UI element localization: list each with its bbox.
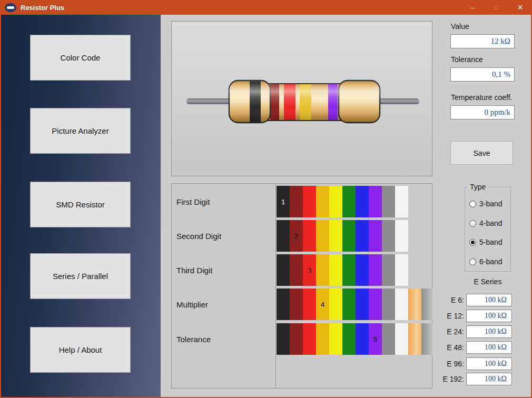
color-cell-green[interactable] [342,288,356,320]
color-cell-brown[interactable] [290,288,303,320]
color-cell-orange[interactable] [316,323,329,355]
color-cell-yellow[interactable] [329,288,342,320]
color-cell-black[interactable] [277,288,290,320]
color-cell-blue[interactable] [356,186,369,217]
sidebar: Color Code Picture Analyzer SMD Resistor… [1,15,161,397]
radio-label: 5-band [479,238,503,246]
color-cell-white[interactable] [395,323,408,355]
color-cell-orange[interactable] [316,254,329,286]
color-cell-red[interactable] [303,288,316,320]
color-cell-green[interactable] [342,220,356,252]
band-number-marker: 3 [308,266,311,274]
color-cell-green[interactable] [342,254,356,286]
color-cell-red[interactable]: 3 [303,254,316,286]
color-cell-brown[interactable]: 2 [290,220,303,252]
app-icon [5,3,16,12]
radio-3-band[interactable]: 3-band [469,200,503,208]
app-window: Resistor Plus – □ ✕ Color Code Picture A… [0,0,532,398]
color-cell-green[interactable] [342,323,356,355]
radio-circle-icon[interactable] [469,201,476,207]
color-cell-violet[interactable]: 5 [369,323,382,355]
color-cell-silver[interactable] [421,323,432,355]
color-cells-third-digit: 3 [277,254,408,286]
e6-input[interactable] [466,294,512,306]
radio-circle-icon[interactable] [469,239,476,246]
color-cell-black[interactable] [277,220,290,252]
window-title: Resistor Plus [21,4,64,12]
save-button[interactable]: Save [450,141,513,165]
e48-label: E 48: [447,343,464,352]
color-cell-gray[interactable] [382,186,395,217]
color-cell-silver[interactable] [421,288,432,320]
color-cell-violet[interactable] [369,186,382,217]
radio-6-band[interactable]: 6-band [469,257,503,266]
color-cell-orange[interactable] [316,220,329,252]
e96-label: E 96: [447,360,464,368]
row-label: Multiplier [176,300,208,309]
color-cell-yellow[interactable] [329,220,342,252]
color-cell-white[interactable] [395,288,408,320]
radio-label: 4-band [479,219,503,227]
radio-5-band[interactable]: 5-band [469,238,503,246]
radio-label: 6-band [479,257,503,266]
color-cell-red[interactable] [303,186,316,217]
color-cell-gray[interactable] [382,254,395,286]
row-label: Tolerance [176,335,211,344]
color-cell-white[interactable] [395,254,408,286]
tolerance-input[interactable] [450,67,515,82]
maximize-button[interactable]: □ [485,0,508,15]
e192-input[interactable] [466,373,512,385]
color-cell-red[interactable] [303,323,316,355]
color-cell-yellow[interactable] [329,186,342,217]
radio-circle-icon[interactable] [469,258,476,265]
color-cell-brown[interactable] [290,254,303,286]
type-group-caption: Type [468,183,488,191]
color-cell-blue[interactable] [356,288,369,320]
color-cell-orange[interactable] [316,186,329,217]
e96-input[interactable] [466,357,512,370]
temp-coeff-input[interactable] [450,105,515,120]
color-cell-white[interactable] [395,220,408,252]
e48-input[interactable] [466,341,512,354]
sidebar-button-help-about[interactable]: Help / About [30,327,131,373]
minimize-button[interactable]: – [461,0,485,15]
color-cell-gold[interactable] [408,323,421,355]
band-number-marker: 2 [294,232,298,240]
color-cell-black[interactable] [277,254,290,286]
color-cell-green[interactable] [342,186,356,217]
color-cell-violet[interactable] [369,254,382,286]
radio-circle-icon[interactable] [469,220,476,227]
color-cell-blue[interactable] [356,254,369,286]
radio-4-band[interactable]: 4-band [469,219,503,227]
color-cell-yellow[interactable] [329,254,342,286]
color-cell-gold[interactable] [408,288,421,320]
sidebar-button-series-parallel[interactable]: Series / Parallel [30,253,131,299]
e12-input[interactable] [466,310,512,322]
sidebar-button-color-code[interactable]: Color Code [30,35,131,81]
color-cell-gray[interactable] [382,288,395,320]
color-cell-red[interactable] [303,220,316,252]
e24-input[interactable] [466,325,512,338]
sidebar-button-smd-resistor[interactable]: SMD Resistor [30,182,131,227]
sidebar-button-picture-analyzer[interactable]: Picture Analyzer [30,108,131,154]
color-cell-brown[interactable] [290,186,303,217]
color-cell-black[interactable]: 1 [277,186,290,217]
row-label: Second Digit [176,232,221,241]
color-cell-brown[interactable] [290,323,303,355]
color-cell-violet[interactable] [369,220,382,252]
color-cell-black[interactable] [277,323,290,355]
color-cell-gray[interactable] [382,323,395,355]
color-cell-yellow[interactable] [329,323,342,355]
temp-coeff-label: Temperature coeff. [451,93,512,102]
color-cell-blue[interactable] [356,220,369,252]
close-button[interactable]: ✕ [508,0,532,15]
value-input[interactable] [450,34,515,48]
color-cell-violet[interactable] [369,288,382,320]
color-cell-orange[interactable]: 4 [316,288,329,320]
color-cell-blue[interactable] [356,323,369,355]
color-cell-white[interactable] [395,186,408,217]
row-label: Third Digit [176,266,212,275]
band-number-marker: 1 [281,198,285,206]
color-code-table: First Digit 1 Second Digit 2 Third Digit… [171,183,432,389]
color-cell-gray[interactable] [382,220,395,252]
